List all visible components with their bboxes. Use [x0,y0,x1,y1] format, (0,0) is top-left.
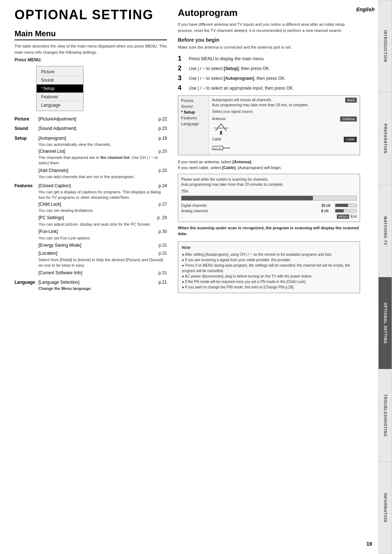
svg-text:ANT IN: ANT IN [213,147,221,150]
before-begin-title: Before you begin [178,37,360,43]
section-title-main-menu: Main Menu [15,29,167,40]
tab-troubleshooting[interactable]: TROUBLESHOOTING [378,369,392,461]
entry-setup: Setup [Autoprogram] p.19 You can automat… [15,135,167,180]
svg-line-1 [221,124,226,131]
progress-bar [181,196,357,201]
autoprogram-menu-panel: Picture Sound * Setup Features Language … [178,95,360,155]
scanning-note: When the scanning under scan is recogniz… [178,225,360,237]
right-column: Autoprogram If you have different antenn… [178,7,360,294]
tab-watching-tv[interactable]: WATCHING TV [378,185,392,277]
menu-item-picture[interactable]: Picture [37,68,83,76]
menu-item-sound[interactable]: Sound [37,76,83,85]
antenna-note: If you need an antenna, select [Antenna]… [178,159,360,171]
sub-entry-pc-settings: [PC Settings] p. 29 You can adjust pictu… [38,214,167,227]
panel-item-features: Features [181,115,206,121]
tab-optional-setting[interactable]: OPTIONAL SETTING [378,277,392,369]
language-label: English [356,7,375,12]
main-content: OPTIONAL SETTING Main Menu The table des… [0,0,378,301]
menu-item-language[interactable]: Language [37,101,83,109]
step-3: 3 Use | / ~ to select [Autoprogram], the… [178,74,360,82]
entry-language: Language [Language Selection] p.21 Chang… [15,279,167,292]
svg-rect-3 [220,131,222,135]
antenna-icon [212,124,230,135]
step-1: 1 Press MENU to display the main menu. [178,55,360,62]
side-tabs: INTRODUCTION PREPARATION WATCHING TV OPT… [378,0,392,554]
sub-entry-child-lock: [Child Lock] p.27 You can set viewing li… [38,201,167,214]
progress-desc: Please wait while the system is scanning… [181,177,357,187]
sub-entry-channel-list: [Channel List] p.20 The channels that ap… [38,148,167,166]
panel-item-sound: Sound [181,103,206,109]
digital-channels-row: Digital channels 10 ch [181,204,357,208]
exit-row: MENU Exit [181,214,357,219]
press-menu-instruction: Press MENU. [15,57,167,62]
entry-picture: Picture [PictureAdjustment] p.22 [15,115,167,123]
panel-item-picture: Picture [181,98,206,103]
menu-icon: MENU [337,214,350,219]
analog-channels-row: Analog channels 6 ch [181,209,357,213]
steps: 1 Press MENU to display the main menu. 2… [178,55,360,92]
progress-panel: Please wait while the system is scanning… [178,174,360,222]
menu-box: Picture Sound *Setup Features Language [36,66,83,111]
sub-entry-software-info: [Current Software Info] p.31 [38,269,167,276]
entry-features: Features [Closed Caption] p.24 You can g… [15,182,167,276]
before-begin-note: Make sure the antenna is connected and t… [178,44,360,50]
left-column: OPTIONAL SETTING Main Menu The table des… [15,7,167,294]
autoprogram-desc: If you have different antenna and TV inp… [178,21,360,33]
main-menu-intro: The table describes the view of the main… [15,43,167,55]
back-button[interactable]: Back [345,98,357,103]
menu-item-setup[interactable]: *Setup [37,85,83,93]
tab-introduction[interactable]: INTRODUCTION [378,0,392,93]
autoprogram-title: Autoprogram [178,7,360,19]
menu-item-features[interactable]: Features [37,93,83,101]
sub-entry-add-channels: [Add Channels] p.20 You can add channels… [38,167,167,180]
page-number: 19 [366,541,372,547]
progress-percent: 75% [181,189,357,193]
cable-icon: ANT IN [212,144,230,152]
step-4: 4 Use | / ~ to select an appropriate inp… [178,84,360,92]
step-2: 2 Use | / ~ to select [Setup], then pres… [178,65,360,72]
progress-bar-fill [181,196,313,200]
svg-line-0 [216,124,221,131]
sub-entry-energy-saving: [Energy Saving Mode] p.31 [38,242,167,249]
note-box: Note ● After setting [Autoprogram], usin… [178,241,360,294]
sub-entry-location: [Location] p.31 Select from [Retail] to … [38,250,167,268]
entry-sound: Sound [Sound Adjustment] p.23 [15,125,167,132]
page-title: OPTIONAL SETTING [15,7,167,22]
panel-item-setup: * Setup [181,109,206,115]
tab-information[interactable]: INFORMATION [378,462,392,554]
tab-preparation[interactable]: PREPARATION [378,93,392,185]
note-title: Note [182,245,356,251]
panel-item-language: Language [181,121,206,127]
sub-entry-fun-link: [Fun-Link] p.30 You can set Fun-Link opt… [38,228,167,241]
menu-table: Picture [PictureAdjustment] p.22 Sound [… [15,115,167,292]
